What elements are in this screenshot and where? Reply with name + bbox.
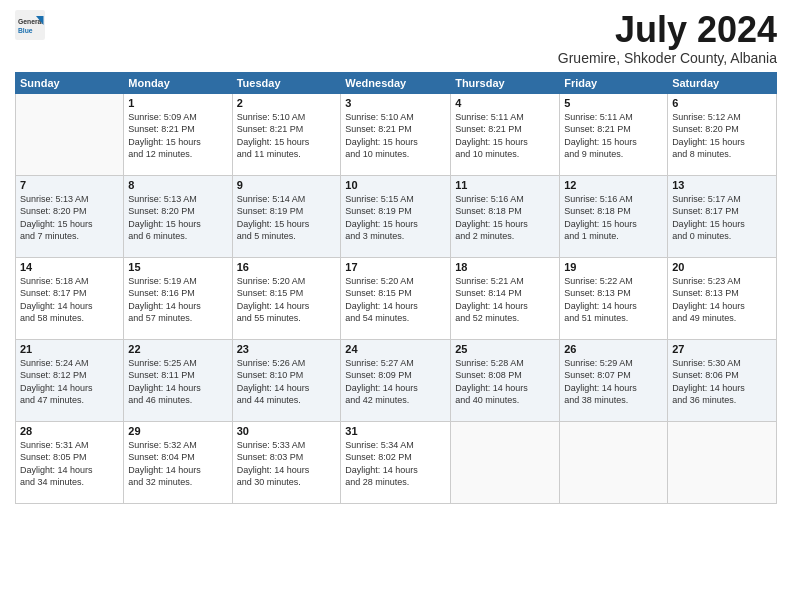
calendar-header-row: Sunday Monday Tuesday Wednesday Thursday… (16, 72, 777, 93)
table-row: 20Sunrise: 5:23 AM Sunset: 8:13 PM Dayli… (668, 257, 777, 339)
table-row: 27Sunrise: 5:30 AM Sunset: 8:06 PM Dayli… (668, 339, 777, 421)
day-info: Sunrise: 5:09 AM Sunset: 8:21 PM Dayligh… (128, 111, 227, 161)
table-row: 15Sunrise: 5:19 AM Sunset: 8:16 PM Dayli… (124, 257, 232, 339)
table-row: 7Sunrise: 5:13 AM Sunset: 8:20 PM Daylig… (16, 175, 124, 257)
table-row: 14Sunrise: 5:18 AM Sunset: 8:17 PM Dayli… (16, 257, 124, 339)
table-row (668, 421, 777, 503)
calendar-week-row: 14Sunrise: 5:18 AM Sunset: 8:17 PM Dayli… (16, 257, 777, 339)
header-monday: Monday (124, 72, 232, 93)
table-row: 21Sunrise: 5:24 AM Sunset: 8:12 PM Dayli… (16, 339, 124, 421)
table-row: 19Sunrise: 5:22 AM Sunset: 8:13 PM Dayli… (560, 257, 668, 339)
day-number: 1 (128, 97, 227, 109)
day-info: Sunrise: 5:15 AM Sunset: 8:19 PM Dayligh… (345, 193, 446, 243)
header-tuesday: Tuesday (232, 72, 341, 93)
calendar: Sunday Monday Tuesday Wednesday Thursday… (15, 72, 777, 504)
day-info: Sunrise: 5:10 AM Sunset: 8:21 PM Dayligh… (237, 111, 337, 161)
day-number: 7 (20, 179, 119, 191)
table-row: 8Sunrise: 5:13 AM Sunset: 8:20 PM Daylig… (124, 175, 232, 257)
day-info: Sunrise: 5:24 AM Sunset: 8:12 PM Dayligh… (20, 357, 119, 407)
table-row: 22Sunrise: 5:25 AM Sunset: 8:11 PM Dayli… (124, 339, 232, 421)
day-number: 30 (237, 425, 337, 437)
day-info: Sunrise: 5:20 AM Sunset: 8:15 PM Dayligh… (237, 275, 337, 325)
day-info: Sunrise: 5:16 AM Sunset: 8:18 PM Dayligh… (455, 193, 555, 243)
table-row (451, 421, 560, 503)
table-row: 9Sunrise: 5:14 AM Sunset: 8:19 PM Daylig… (232, 175, 341, 257)
day-number: 21 (20, 343, 119, 355)
calendar-week-row: 1Sunrise: 5:09 AM Sunset: 8:21 PM Daylig… (16, 93, 777, 175)
calendar-week-row: 21Sunrise: 5:24 AM Sunset: 8:12 PM Dayli… (16, 339, 777, 421)
day-number: 9 (237, 179, 337, 191)
day-info: Sunrise: 5:14 AM Sunset: 8:19 PM Dayligh… (237, 193, 337, 243)
table-row: 3Sunrise: 5:10 AM Sunset: 8:21 PM Daylig… (341, 93, 451, 175)
logo-icon: General Blue (15, 10, 45, 40)
day-info: Sunrise: 5:10 AM Sunset: 8:21 PM Dayligh… (345, 111, 446, 161)
title-block: July 2024 Gruemire, Shkoder County, Alba… (558, 10, 777, 66)
table-row: 11Sunrise: 5:16 AM Sunset: 8:18 PM Dayli… (451, 175, 560, 257)
day-number: 4 (455, 97, 555, 109)
day-number: 29 (128, 425, 227, 437)
day-number: 28 (20, 425, 119, 437)
svg-text:Blue: Blue (18, 27, 33, 34)
day-info: Sunrise: 5:28 AM Sunset: 8:08 PM Dayligh… (455, 357, 555, 407)
day-number: 18 (455, 261, 555, 273)
header-saturday: Saturday (668, 72, 777, 93)
day-number: 23 (237, 343, 337, 355)
day-info: Sunrise: 5:19 AM Sunset: 8:16 PM Dayligh… (128, 275, 227, 325)
day-info: Sunrise: 5:16 AM Sunset: 8:18 PM Dayligh… (564, 193, 663, 243)
day-info: Sunrise: 5:13 AM Sunset: 8:20 PM Dayligh… (20, 193, 119, 243)
table-row: 26Sunrise: 5:29 AM Sunset: 8:07 PM Dayli… (560, 339, 668, 421)
table-row: 18Sunrise: 5:21 AM Sunset: 8:14 PM Dayli… (451, 257, 560, 339)
day-info: Sunrise: 5:23 AM Sunset: 8:13 PM Dayligh… (672, 275, 772, 325)
table-row: 28Sunrise: 5:31 AM Sunset: 8:05 PM Dayli… (16, 421, 124, 503)
day-number: 3 (345, 97, 446, 109)
day-number: 15 (128, 261, 227, 273)
day-info: Sunrise: 5:27 AM Sunset: 8:09 PM Dayligh… (345, 357, 446, 407)
page: General Blue July 2024 Gruemire, Shkoder… (0, 0, 792, 612)
day-info: Sunrise: 5:11 AM Sunset: 8:21 PM Dayligh… (455, 111, 555, 161)
day-number: 20 (672, 261, 772, 273)
table-row: 24Sunrise: 5:27 AM Sunset: 8:09 PM Dayli… (341, 339, 451, 421)
day-info: Sunrise: 5:22 AM Sunset: 8:13 PM Dayligh… (564, 275, 663, 325)
day-info: Sunrise: 5:30 AM Sunset: 8:06 PM Dayligh… (672, 357, 772, 407)
day-info: Sunrise: 5:25 AM Sunset: 8:11 PM Dayligh… (128, 357, 227, 407)
day-number: 16 (237, 261, 337, 273)
day-number: 12 (564, 179, 663, 191)
day-number: 14 (20, 261, 119, 273)
table-row: 31Sunrise: 5:34 AM Sunset: 8:02 PM Dayli… (341, 421, 451, 503)
day-info: Sunrise: 5:26 AM Sunset: 8:10 PM Dayligh… (237, 357, 337, 407)
day-info: Sunrise: 5:34 AM Sunset: 8:02 PM Dayligh… (345, 439, 446, 489)
table-row: 1Sunrise: 5:09 AM Sunset: 8:21 PM Daylig… (124, 93, 232, 175)
day-number: 2 (237, 97, 337, 109)
day-number: 27 (672, 343, 772, 355)
header-sunday: Sunday (16, 72, 124, 93)
logo: General Blue (15, 10, 45, 40)
day-number: 6 (672, 97, 772, 109)
table-row: 16Sunrise: 5:20 AM Sunset: 8:15 PM Dayli… (232, 257, 341, 339)
table-row: 5Sunrise: 5:11 AM Sunset: 8:21 PM Daylig… (560, 93, 668, 175)
day-info: Sunrise: 5:21 AM Sunset: 8:14 PM Dayligh… (455, 275, 555, 325)
day-number: 11 (455, 179, 555, 191)
day-number: 26 (564, 343, 663, 355)
header: General Blue July 2024 Gruemire, Shkoder… (15, 10, 777, 66)
table-row (16, 93, 124, 175)
table-row: 13Sunrise: 5:17 AM Sunset: 8:17 PM Dayli… (668, 175, 777, 257)
calendar-week-row: 28Sunrise: 5:31 AM Sunset: 8:05 PM Dayli… (16, 421, 777, 503)
day-number: 10 (345, 179, 446, 191)
day-number: 22 (128, 343, 227, 355)
day-number: 13 (672, 179, 772, 191)
day-info: Sunrise: 5:18 AM Sunset: 8:17 PM Dayligh… (20, 275, 119, 325)
table-row: 12Sunrise: 5:16 AM Sunset: 8:18 PM Dayli… (560, 175, 668, 257)
day-info: Sunrise: 5:12 AM Sunset: 8:20 PM Dayligh… (672, 111, 772, 161)
day-number: 25 (455, 343, 555, 355)
day-number: 5 (564, 97, 663, 109)
table-row: 17Sunrise: 5:20 AM Sunset: 8:15 PM Dayli… (341, 257, 451, 339)
table-row: 30Sunrise: 5:33 AM Sunset: 8:03 PM Dayli… (232, 421, 341, 503)
day-info: Sunrise: 5:31 AM Sunset: 8:05 PM Dayligh… (20, 439, 119, 489)
subtitle: Gruemire, Shkoder County, Albania (558, 50, 777, 66)
table-row (560, 421, 668, 503)
day-info: Sunrise: 5:29 AM Sunset: 8:07 PM Dayligh… (564, 357, 663, 407)
table-row: 25Sunrise: 5:28 AM Sunset: 8:08 PM Dayli… (451, 339, 560, 421)
day-number: 31 (345, 425, 446, 437)
table-row: 4Sunrise: 5:11 AM Sunset: 8:21 PM Daylig… (451, 93, 560, 175)
table-row: 23Sunrise: 5:26 AM Sunset: 8:10 PM Dayli… (232, 339, 341, 421)
